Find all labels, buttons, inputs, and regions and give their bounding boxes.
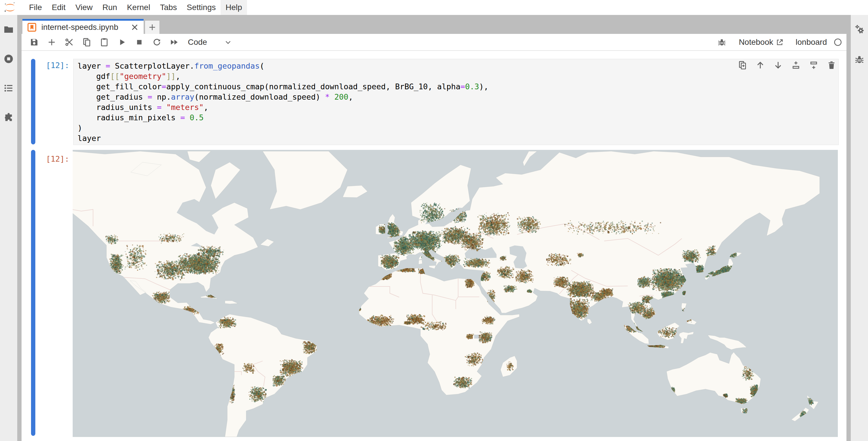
right-sidebar-divider[interactable] xyxy=(846,15,851,441)
cell-action-toolbar xyxy=(738,60,836,70)
menu-run[interactable]: Run xyxy=(98,0,122,15)
input-collapser[interactable] xyxy=(31,59,35,145)
menu-items: FileEditViewRunKernelTabsSettingsHelp xyxy=(24,0,247,15)
duplicate-button[interactable] xyxy=(738,60,747,70)
move-down-button[interactable] xyxy=(773,60,783,70)
kernel-name[interactable]: lonboard xyxy=(796,38,827,47)
chevron-down-icon xyxy=(224,38,232,46)
stop-button[interactable] xyxy=(134,37,144,47)
menu-tabs[interactable]: Tabs xyxy=(155,0,182,15)
new-tab-button[interactable] xyxy=(145,21,159,34)
jupyter-logo xyxy=(4,1,16,14)
tab-title: internet-speeds.ipynb xyxy=(41,23,118,32)
notebook-file-icon xyxy=(27,22,37,32)
code-text: layer = ScatterplotLayer.from_geopandas(… xyxy=(78,61,838,144)
kernel-mode-label: Notebook xyxy=(739,38,773,47)
cell-type-dropdown[interactable]: Code xyxy=(188,38,232,47)
copy-button[interactable] xyxy=(82,37,92,47)
toc-icon[interactable] xyxy=(3,83,14,94)
menu-file[interactable]: File xyxy=(24,0,47,15)
output-collapser[interactable] xyxy=(31,150,35,436)
paste-button[interactable] xyxy=(99,37,109,47)
property-inspector-icon[interactable] xyxy=(854,24,865,35)
delete-button[interactable] xyxy=(827,60,836,70)
toolbar-right-group: Notebook lonboard xyxy=(709,37,843,47)
running-icon[interactable] xyxy=(3,54,14,64)
kernel-status-icon[interactable] xyxy=(833,38,842,47)
folder-icon[interactable] xyxy=(3,24,14,35)
close-icon[interactable] xyxy=(130,22,140,32)
restart-button[interactable] xyxy=(152,37,162,47)
notebook-toolbar: Code Notebook lonboard xyxy=(22,34,846,51)
lonboard-map-output[interactable] xyxy=(73,150,838,437)
tab-bar: internet-speeds.ipynb xyxy=(22,15,846,34)
debugger-icon[interactable] xyxy=(854,54,865,65)
menu-help[interactable]: Help xyxy=(221,0,247,15)
external-link-icon[interactable] xyxy=(776,38,784,46)
insert-below-button[interactable] xyxy=(809,60,818,70)
menu-bar: FileEditViewRunKernelTabsSettingsHelp xyxy=(0,0,868,15)
right-sidebar xyxy=(851,15,868,441)
move-up-button[interactable] xyxy=(755,60,765,70)
cut-button[interactable] xyxy=(64,37,74,47)
extensions-icon[interactable] xyxy=(3,112,14,123)
code-editor[interactable]: layer = ScatterplotLayer.from_geopandas(… xyxy=(73,59,839,145)
menu-view[interactable]: View xyxy=(70,0,97,15)
fast-forward-button[interactable] xyxy=(169,37,179,47)
world-scatterplot-map[interactable] xyxy=(73,150,838,437)
cell-type-value: Code xyxy=(188,38,207,47)
insert-above-button[interactable] xyxy=(791,60,801,70)
menu-kernel[interactable]: Kernel xyxy=(122,0,155,15)
left-sidebar xyxy=(0,15,17,441)
left-sidebar-divider[interactable] xyxy=(17,15,22,441)
menu-edit[interactable]: Edit xyxy=(47,0,70,15)
tab-internet-speeds[interactable]: internet-speeds.ipynb xyxy=(22,19,144,34)
save-button[interactable] xyxy=(29,37,39,47)
add-button[interactable] xyxy=(47,37,57,47)
debugger-bug-icon[interactable] xyxy=(717,37,727,47)
menu-settings[interactable]: Settings xyxy=(182,0,221,15)
run-button[interactable] xyxy=(117,37,127,47)
